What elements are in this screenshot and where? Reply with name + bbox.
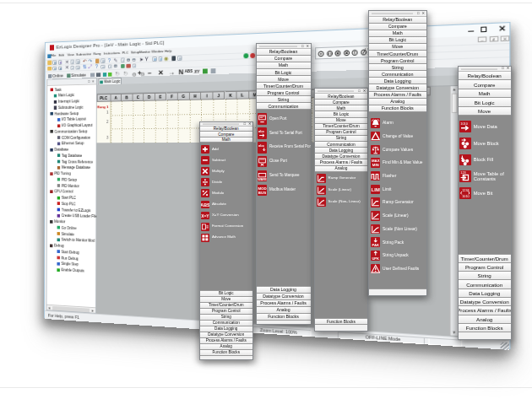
svg-text:PAK: PAK	[372, 243, 378, 247]
svg-text:123: 123	[461, 172, 466, 175]
svg-text:ABS: ABS	[201, 202, 209, 208]
svg-text:UPK: UPK	[372, 256, 379, 261]
svg-text:abc: abc	[258, 129, 265, 133]
svg-text:1010: 1010	[463, 195, 470, 198]
svg-text:1010: 1010	[461, 122, 468, 126]
svg-text:X=Y: X=Y	[201, 213, 209, 218]
svg-text:1234: 1234	[463, 189, 470, 192]
svg-text:abc: abc	[258, 143, 265, 148]
svg-text:BUS: BUS	[258, 191, 266, 195]
svg-text:WAVE: WAVE	[258, 177, 267, 181]
svg-text:LIM: LIM	[371, 187, 379, 192]
svg-text:MIN: MIN	[372, 164, 378, 168]
